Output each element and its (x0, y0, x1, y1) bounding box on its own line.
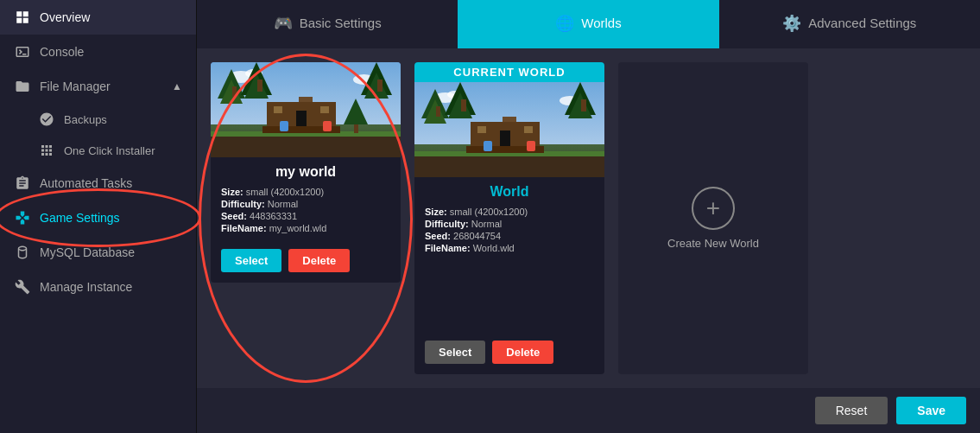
ground-2 (414, 151, 604, 177)
sidebar-item-overview[interactable]: Overview (0, 0, 196, 35)
basic-settings-icon: 🎮 (274, 14, 293, 33)
advanced-settings-icon: ⚙️ (782, 14, 801, 33)
sidebar-item-console-label: Console (40, 45, 84, 59)
world-1-delete-button[interactable]: Delete (288, 249, 350, 272)
ground (211, 131, 401, 157)
sidebar-item-backups[interactable]: Backups (0, 104, 196, 135)
world-2-actions: Select Delete (414, 334, 604, 374)
worlds-icon: 🌐 (555, 14, 574, 33)
sidebar-item-one-click-label: One Click Installer (64, 144, 155, 157)
backup-icon (38, 111, 55, 128)
reset-button[interactable]: Reset (815, 397, 888, 424)
sidebar-item-game-settings[interactable]: Game Settings (0, 201, 196, 235)
sidebar-item-game-settings-label: Game Settings (40, 211, 120, 225)
sidebar-item-backups-label: Backups (64, 113, 107, 126)
create-world-icon: + (692, 187, 735, 230)
world-2-select-button[interactable]: Select (425, 341, 485, 364)
world-2-banner: CURRENT WORLD (414, 62, 604, 82)
folder-icon (14, 78, 31, 95)
world-2-delete-button[interactable]: Delete (492, 341, 553, 364)
gamepad-icon (14, 209, 31, 226)
create-world-card[interactable]: + Create New World (618, 62, 808, 374)
sidebar-item-file-manager[interactable]: File Manager ▲ (0, 69, 196, 104)
building (267, 97, 345, 133)
world-1-filename: FileName: my_world.wld (221, 223, 390, 233)
tree-2-right-1 (565, 82, 596, 153)
sidebar-item-mysql[interactable]: MySQL Database (0, 235, 196, 270)
world-1-difficulty: Difficulty: Normal (221, 199, 390, 209)
char-1 (280, 121, 288, 131)
world-2-size: Size: small (4200x1200) (425, 207, 594, 217)
world-card-1-wrapper: my world Size: small (4200x1200) Difficu… (211, 62, 401, 374)
sidebar-item-one-click[interactable]: One Click Installer (0, 135, 196, 166)
main-content: 🎮 Basic Settings 🌐 Worlds ⚙️ Advanced Se… (197, 0, 980, 433)
save-button[interactable]: Save (896, 397, 966, 424)
wrench-icon (14, 278, 31, 296)
sidebar-item-automated-tasks-label: Automated Tasks (40, 176, 132, 190)
world-1-name: my world (221, 164, 390, 180)
grid-icon (14, 9, 31, 26)
bottom-bar: Reset Save (197, 388, 980, 433)
tab-advanced-settings-label: Advanced Settings (808, 16, 916, 30)
world-1-select-button[interactable]: Select (221, 249, 281, 272)
sidebar-item-manage-instance[interactable]: Manage Instance (0, 270, 196, 304)
terminal-icon (14, 43, 31, 60)
world-2-info: World Size: small (4200x1200) Difficulty… (414, 177, 604, 334)
tab-bar: 🎮 Basic Settings 🌐 Worlds ⚙️ Advanced Se… (197, 0, 980, 48)
world-2-seed: Seed: 268044754 (425, 231, 594, 241)
sidebar-item-automated-tasks[interactable]: Automated Tasks (0, 166, 196, 201)
building-2 (471, 117, 548, 153)
char-2 (323, 121, 332, 131)
tab-worlds[interactable]: 🌐 Worlds (458, 0, 718, 48)
sidebar-item-console[interactable]: Console (0, 35, 196, 69)
apps-icon (38, 142, 55, 159)
world-2-name: World (425, 184, 594, 200)
world-2-difficulty: Difficulty: Normal (425, 219, 594, 229)
tab-basic-settings-label: Basic Settings (300, 16, 382, 30)
expand-icon: ▲ (172, 80, 182, 92)
world-2-filename: FileName: World.wld (425, 243, 594, 253)
world-1-seed: Seed: 448363331 (221, 211, 390, 221)
world-1-info: my world Size: small (4200x1200) Difficu… (211, 157, 401, 242)
char-3 (484, 141, 492, 151)
world-card-2: CURRENT WORLD (414, 62, 604, 374)
sidebar-item-overview-label: Overview (40, 10, 90, 24)
tasks-icon (14, 175, 31, 192)
sidebar-item-manage-instance-label: Manage Instance (40, 280, 132, 294)
tab-basic-settings[interactable]: 🎮 Basic Settings (197, 0, 458, 48)
tree-right-2 (344, 99, 368, 133)
world-card-1: my world Size: small (4200x1200) Difficu… (211, 62, 401, 283)
world-1-actions: Select Delete (211, 242, 401, 283)
tab-advanced-settings[interactable]: ⚙️ Advanced Settings (719, 0, 980, 48)
world-2-image (414, 82, 604, 177)
sidebar-item-mysql-label: MySQL Database (40, 245, 135, 259)
sidebar: Overview Console File Manager ▲ Backups … (0, 0, 197, 433)
world-1-size: Size: small (4200x1200) (221, 187, 390, 197)
create-world-label: Create New World (667, 237, 759, 250)
world-1-image (211, 62, 401, 157)
worlds-grid: my world Size: small (4200x1200) Difficu… (211, 62, 966, 374)
tab-worlds-label: Worlds (581, 16, 621, 30)
sidebar-item-file-manager-label: File Manager (40, 80, 111, 93)
worlds-content: my world Size: small (4200x1200) Difficu… (197, 48, 980, 388)
database-icon (14, 244, 31, 261)
char-4 (527, 141, 535, 151)
